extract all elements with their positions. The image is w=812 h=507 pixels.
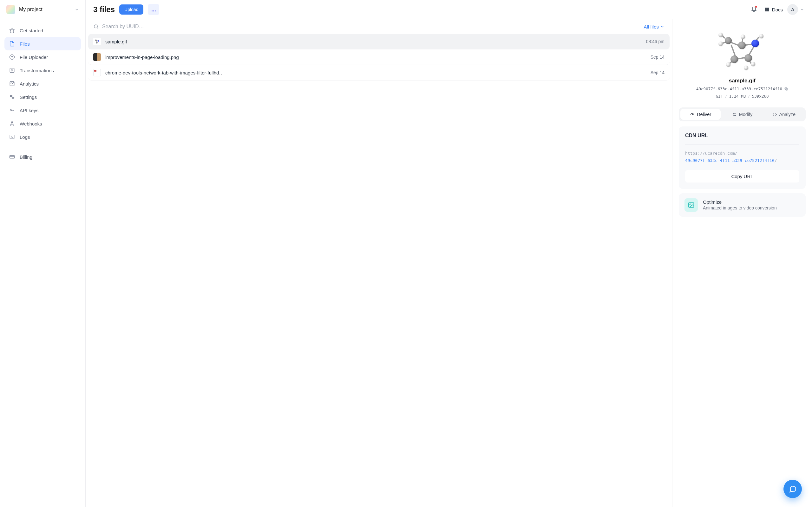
cdn-url-title: CDN URL: [685, 133, 799, 138]
file-date: Sep 14: [651, 55, 664, 60]
cdn-url-value: https://ucarecdn.com/ 49c9077f-633c-4f11…: [685, 144, 799, 164]
chevron-down-icon: [74, 7, 79, 12]
svg-marker-0: [10, 28, 14, 33]
promo-subtitle: Animated images to video conversion: [703, 205, 777, 210]
svg-point-31: [734, 115, 735, 116]
files-list: sample.gif 08:46 pm improvements-in-page…: [86, 34, 672, 83]
more-button[interactable]: ...: [148, 4, 159, 15]
svg-rect-14: [10, 135, 14, 139]
sidebar-item-files[interactable]: Files: [4, 37, 81, 50]
file-thumb: [93, 53, 101, 61]
sidebar-item-label: Settings: [20, 95, 37, 100]
book-icon: [764, 7, 770, 12]
copy-url-button[interactable]: Copy URL: [685, 170, 799, 182]
upload-icon: [9, 54, 15, 60]
detail-panel: sample.gif 49c9077f-633c-4f11-a339-ce752…: [672, 19, 812, 507]
file-row[interactable]: sample.gif 08:46 pm: [88, 34, 670, 49]
sidebar-item-settings[interactable]: Settings: [4, 90, 81, 104]
detail-dimensions: 539x260: [752, 94, 769, 99]
sidebar-item-analytics[interactable]: Analytics: [4, 77, 81, 90]
tab-label: Analyze: [779, 112, 796, 117]
page-title: 3 files: [93, 5, 115, 14]
search-icon: [93, 24, 99, 30]
optimize-promo[interactable]: Optimize Animated images to video conver…: [679, 193, 806, 217]
detail-meta: GIF/1.24 MB/539x260: [679, 94, 806, 99]
sidebar-item-label: Transformations: [20, 68, 54, 73]
file-preview: [679, 26, 806, 78]
gauge-icon: [690, 112, 695, 117]
detail-format: GIF: [716, 94, 723, 99]
file-row[interactable]: improvements-in-page-loading.png Sep 14: [88, 49, 670, 65]
chevron-down-icon: [660, 24, 664, 29]
notification-dot: [755, 6, 757, 8]
files-search-bar: All files: [86, 19, 672, 34]
svg-rect-5: [10, 96, 12, 97]
files-column: All files sample.gif 08:46 pm impro: [86, 19, 672, 507]
detail-uuid-row: 49c9077f-633c-4f11-a339-ce75212f4f10: [679, 87, 806, 91]
sliders-icon: [732, 112, 737, 117]
svg-rect-6: [12, 98, 14, 99]
sidebar-nav: Get started Files File Uploader Transfor…: [0, 19, 85, 168]
svg-point-33: [690, 204, 691, 205]
svg-point-30: [733, 113, 734, 114]
file-name: chrome-dev-tools-network-tab-with-images…: [105, 70, 646, 75]
sidebar-item-webhooks[interactable]: Webhooks: [4, 117, 81, 130]
sidebar-item-billing[interactable]: Billing: [4, 150, 81, 164]
webhook-icon: [9, 120, 15, 127]
help-chat-button[interactable]: [783, 480, 802, 498]
file-thumb: [93, 69, 101, 76]
sidebar-item-logs[interactable]: Logs: [4, 130, 81, 144]
sidebar-item-api-keys[interactable]: API keys: [4, 104, 81, 117]
analytics-icon: [9, 80, 15, 87]
notifications-button[interactable]: [748, 4, 760, 15]
svg-point-7: [10, 110, 12, 111]
copy-uuid-button[interactable]: [784, 87, 788, 91]
transform-icon: [9, 67, 15, 73]
key-icon: [9, 107, 15, 113]
sidebar: My project Get started Files File Upload…: [0, 0, 86, 507]
docs-label: Docs: [772, 7, 783, 12]
star-icon: [9, 27, 15, 34]
filter-dropdown[interactable]: All files: [644, 24, 664, 30]
sidebar-item-file-uploader[interactable]: File Uploader: [4, 50, 81, 64]
docs-link[interactable]: Docs: [764, 7, 783, 12]
svg-rect-32: [689, 203, 694, 207]
cdn-url-uuid: 49c9077f-633c-4f11-a339-ce75212f4f10: [685, 158, 774, 163]
sidebar-item-label: File Uploader: [20, 55, 48, 60]
svg-point-13: [11, 122, 13, 123]
tab-deliver[interactable]: Deliver: [680, 109, 721, 120]
sidebar-item-transformations[interactable]: Transformations: [4, 64, 81, 77]
account-menu[interactable]: A: [787, 4, 804, 15]
file-date: 08:46 pm: [646, 39, 664, 44]
molecule-preview-image: [712, 28, 772, 72]
sidebar-item-label: Files: [20, 41, 30, 47]
cdn-url-trailing: /: [774, 158, 777, 163]
project-selector[interactable]: My project: [0, 0, 85, 19]
sidebar-item-label: Billing: [20, 154, 32, 160]
file-name: improvements-in-page-loading.png: [105, 55, 646, 60]
tab-label: Modify: [739, 112, 753, 117]
image-icon: [684, 199, 698, 212]
detail-tabs: Deliver Modify Analyze: [679, 107, 806, 121]
code-icon: [772, 112, 777, 117]
settings-icon: [9, 94, 15, 100]
file-thumb: [93, 38, 101, 45]
detail-filename: sample.gif: [679, 78, 806, 84]
search-input[interactable]: [102, 24, 641, 30]
upload-button[interactable]: Upload: [119, 4, 143, 14]
topbar: 3 files Upload ... Docs A: [86, 0, 812, 19]
detail-uuid: 49c9077f-633c-4f11-a339-ce75212f4f10: [696, 87, 782, 91]
file-date: Sep 14: [651, 70, 664, 75]
sidebar-item-get-started[interactable]: Get started: [4, 24, 81, 37]
tab-modify[interactable]: Modify: [722, 109, 762, 120]
filter-label: All files: [644, 24, 659, 30]
sidebar-item-label: Get started: [20, 28, 43, 33]
project-logo: [6, 5, 15, 14]
sidebar-item-label: Webhooks: [20, 121, 42, 126]
sidebar-item-label: Logs: [20, 134, 30, 140]
file-row[interactable]: chrome-dev-tools-network-tab-with-images…: [88, 65, 670, 80]
file-icon: [9, 41, 15, 47]
tab-analyze[interactable]: Analyze: [764, 109, 804, 120]
svg-line-19: [97, 27, 98, 29]
avatar: A: [787, 4, 798, 15]
